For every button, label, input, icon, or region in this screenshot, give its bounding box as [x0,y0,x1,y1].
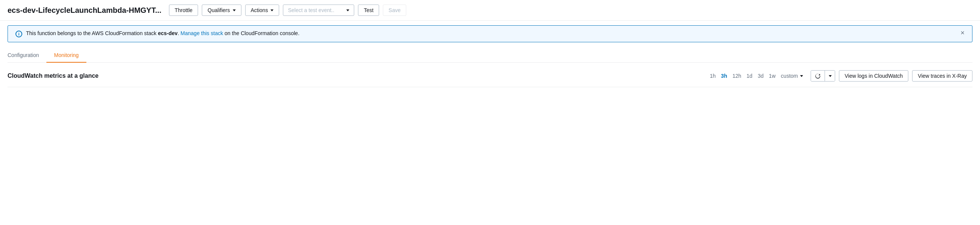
refresh-dropdown-button[interactable] [825,70,835,81]
actions-label: Actions [251,7,268,13]
refresh-button[interactable] [811,70,825,81]
time-option-1h[interactable]: 1h [710,73,716,79]
refresh-chevron-icon [829,75,832,77]
metrics-actions: 1h 3h 12h 1d 3d 1w custom [710,70,972,81]
metrics-header: CloudWatch metrics at a glance 1h 3h 12h… [8,70,972,81]
header-bar: ecs-dev-LifecycleLaunchLambda-HMGYT... T… [0,0,980,21]
custom-dropdown[interactable]: custom [781,73,803,79]
content-divider [8,87,972,87]
metrics-title: CloudWatch metrics at a glance [8,72,99,79]
content-area: CloudWatch metrics at a glance 1h 3h 12h… [0,63,980,81]
qualifiers-label: Qualifiers [207,7,230,13]
actions-button[interactable]: Actions [245,5,280,16]
tab-configuration[interactable]: Configuration [8,48,46,63]
notification-text: This function belongs to the AWS CloudFo… [26,30,964,36]
refresh-group [811,70,835,81]
stack-name: ecs-dev [158,30,178,36]
custom-label: custom [781,73,798,79]
throttle-button[interactable]: Throttle [169,5,198,16]
test-event-select[interactable]: Select a test event.. [283,5,354,16]
time-range-controls: 1h 3h 12h 1d 3d 1w custom [710,73,803,79]
test-event-placeholder: Select a test event.. [288,7,334,13]
time-option-1w[interactable]: 1w [769,73,776,79]
time-option-3d[interactable]: 3d [758,73,764,79]
qualifiers-chevron-icon [233,10,236,11]
tabs-container: Configuration Monitoring [8,48,972,63]
save-button[interactable]: Save [383,5,406,16]
view-traces-button[interactable]: View traces in X-Ray [912,70,972,81]
notification-text-middle: . [178,30,181,36]
custom-chevron-icon [800,75,803,77]
refresh-icon [815,73,821,79]
tab-monitoring[interactable]: Monitoring [46,48,86,63]
time-option-3h[interactable]: 3h [721,73,727,79]
manage-stack-link[interactable]: Manage this stack [181,30,223,36]
notification-close-button[interactable]: × [959,29,966,36]
notification-text-before: This function belongs to the AWS CloudFo… [26,30,158,36]
notification-text-after: on the CloudFormation console. [223,30,299,36]
tab-configuration-label: Configuration [8,52,39,58]
function-title: ecs-dev-LifecycleLaunchLambda-HMGYT... [8,6,161,15]
notification-banner: i This function belongs to the AWS Cloud… [8,25,972,42]
info-icon: i [16,30,22,37]
actions-chevron-icon [270,10,274,11]
tab-monitoring-label: Monitoring [54,52,78,58]
test-button[interactable]: Test [358,5,379,16]
view-logs-button[interactable]: View logs in CloudWatch [839,70,908,81]
time-option-12h[interactable]: 12h [733,73,741,79]
test-event-chevron-icon [346,10,349,11]
time-option-1d[interactable]: 1d [746,73,752,79]
qualifiers-button[interactable]: Qualifiers [202,5,241,16]
